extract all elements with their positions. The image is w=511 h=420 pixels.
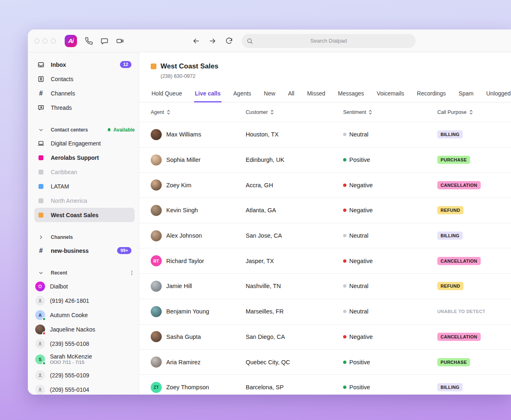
tab-live-calls[interactable]: Live calls — [194, 88, 222, 102]
tab-spam[interactable]: Spam — [458, 88, 475, 102]
call-purpose-badge: BILLING — [437, 130, 463, 138]
traffic-light-minimize[interactable] — [43, 39, 47, 43]
contact-centers-label: Contact centers — [51, 127, 88, 133]
column-header-agent[interactable]: Agent — [151, 109, 246, 115]
sidebar-item-contacts[interactable]: Contacts — [34, 72, 135, 86]
sidebar-item-threads[interactable]: Threads — [34, 100, 135, 115]
table-row[interactable]: Max Williams Houston, TX Neutral BILLING — [139, 122, 511, 148]
tab-new[interactable]: New — [263, 88, 276, 102]
messages-icon[interactable] — [97, 34, 111, 48]
traffic-light-close[interactable] — [34, 39, 39, 43]
tab-messages[interactable]: Messages — [337, 88, 365, 102]
sentiment-dot — [343, 386, 346, 389]
column-header-call-purpose[interactable]: Call Purpose — [437, 109, 511, 115]
agent-avatar: ZT — [151, 382, 162, 393]
table-row[interactable]: Benjamin Young Marseilles, FR Neutral UN… — [139, 299, 511, 325]
table-row[interactable]: Alex Johnson San Jose, CA Neutral BILLIN… — [139, 223, 511, 249]
tab-voicemails[interactable]: Voicemails — [376, 88, 405, 102]
sidebar-item-aerolabs-support[interactable]: Aerolabs Support — [34, 150, 135, 165]
sidebar-item-digital-engagement[interactable]: Digital Engagement — [34, 136, 135, 150]
kebab-menu-icon[interactable] — [129, 270, 135, 276]
tab-recordings[interactable]: Recordings — [416, 88, 447, 102]
sidebar-item-label: Channels — [51, 90, 75, 97]
search-bar[interactable] — [242, 34, 416, 48]
sidebar-item-label: LATAM — [51, 183, 69, 190]
tab-all[interactable]: All — [287, 88, 295, 102]
customer-location: Accra, GH — [246, 182, 343, 188]
initials-avatar: A — [35, 310, 45, 320]
sidebar-item-channels[interactable]: # Channels — [34, 86, 135, 100]
column-header-customer[interactable]: Customer — [246, 109, 343, 115]
tab-unlogged[interactable]: Unlogged — [485, 88, 511, 102]
recent-item-phone[interactable]: (919) 426-1801 — [34, 293, 135, 308]
table-row[interactable]: Zoey Kim Accra, GH Negative CANCELLATION — [139, 173, 511, 198]
recent-item-phone[interactable]: (239) 555-0108 — [34, 336, 135, 351]
sidebar-item-north-america[interactable]: North America — [34, 193, 135, 208]
contacts-icon — [37, 75, 45, 83]
call-purpose-badge: UNABLE TO DETECT — [437, 307, 485, 316]
sidebar-item-new-business[interactable]: # new-business 99+ — [34, 243, 135, 258]
sidebar-item-caribbean[interactable]: Caribbean — [34, 165, 135, 179]
forward-arrow-icon[interactable] — [206, 34, 219, 48]
customer-location: San Jose, CA — [246, 232, 343, 239]
contact-centers-header[interactable]: Contact centers Available — [34, 124, 135, 136]
sidebar-item-label: West Coast Sales — [51, 212, 98, 218]
sentiment-dot — [343, 284, 346, 288]
dialpad-ai-logo: Ai — [65, 35, 77, 47]
video-icon[interactable] — [113, 34, 127, 48]
tab-missed[interactable]: Missed — [306, 88, 326, 102]
center-color-square — [38, 213, 43, 218]
agent-avatar: RT — [151, 255, 162, 266]
sentiment-label: Neutral — [349, 232, 369, 239]
search-input[interactable] — [242, 34, 416, 48]
availability-status[interactable]: Available — [106, 127, 135, 133]
table-row[interactable]: Kevin Singh Atlanta, GA Negative REFUND — [139, 198, 511, 223]
person-icon — [37, 387, 43, 393]
app-window: Ai I — [28, 30, 511, 395]
table-row[interactable]: Aria Ramirez Quebec City, QC Positive PU… — [139, 350, 511, 375]
table-row[interactable]: ZT Zoey Thompson Barcelona, SP Positive … — [139, 375, 511, 395]
ooo-status-label: OOO 7/11 - 7/15 — [50, 360, 92, 365]
recent-item-jaqueline-nackos[interactable]: Jaqueline Nackos — [34, 322, 135, 336]
sentiment-label: Negative — [349, 334, 373, 340]
table-row[interactable]: Sophia Miller Edinburgh, UK Positive PUR… — [139, 148, 511, 173]
column-header-sentiment[interactable]: Sentiment — [343, 109, 437, 115]
call-purpose-badge: CANCELLATION — [437, 333, 481, 341]
recent-item-dialbot[interactable]: Dialbot — [34, 279, 135, 293]
recent-item-phone[interactable]: (229) 555-0109 — [34, 368, 135, 382]
sidebar-item-label: Caribbean — [51, 169, 77, 175]
person-icon — [37, 341, 43, 347]
chevron-right-icon — [37, 235, 45, 240]
customer-location: Jasper, TX — [246, 258, 343, 264]
agent-avatar — [151, 331, 162, 342]
recent-item-label: Dialbot — [50, 283, 68, 290]
phone-icon[interactable] — [82, 34, 96, 48]
page-title: West Coast Sales — [161, 62, 218, 70]
window-topbar: Ai — [28, 30, 511, 52]
status-dot — [42, 331, 46, 335]
refresh-icon[interactable] — [222, 34, 236, 48]
recent-section-header[interactable]: Recent — [34, 267, 135, 279]
call-purpose-badge: PURCHASE — [437, 358, 470, 366]
table-row[interactable]: Sasha Gupta San Diego, CA Negative CANCE… — [139, 325, 511, 350]
traffic-light-zoom[interactable] — [51, 39, 56, 43]
table-row[interactable]: Jamie Hill Nashville, TN Neutral REFUND — [139, 274, 511, 299]
call-purpose-badge: BILLING — [437, 383, 463, 391]
back-arrow-icon[interactable] — [189, 34, 203, 48]
recent-item-sarah-mckenzie[interactable]: S Sarah McKenzie OOO 7/11 - 7/15 — [34, 351, 135, 368]
center-color-square — [38, 198, 43, 203]
sentiment-dot — [343, 158, 346, 161]
sidebar-item-west-coast-sales[interactable]: West Coast Sales — [34, 208, 135, 222]
channels-section-header[interactable]: Channels — [34, 231, 135, 243]
recent-item-phone[interactable]: (209) 555-0104 — [34, 382, 135, 395]
table-row[interactable]: RT Richard Taylor Jasper, TX Negative CA… — [139, 248, 511, 274]
tab-hold-queue[interactable]: Hold Queue — [151, 88, 183, 102]
sentiment-label: Neutral — [349, 131, 369, 138]
tab-agents[interactable]: Agents — [233, 88, 252, 102]
sidebar-item-inbox[interactable]: Inbox 12 — [34, 57, 135, 72]
sort-icon — [368, 109, 373, 115]
sidebar-item-latam[interactable]: LATAM — [34, 179, 135, 193]
recent-item-autumn-cooke[interactable]: A Autumn Cooke — [34, 308, 135, 322]
call-purpose-badge: BILLING — [437, 232, 463, 240]
sentiment-label: Positive — [349, 157, 370, 163]
